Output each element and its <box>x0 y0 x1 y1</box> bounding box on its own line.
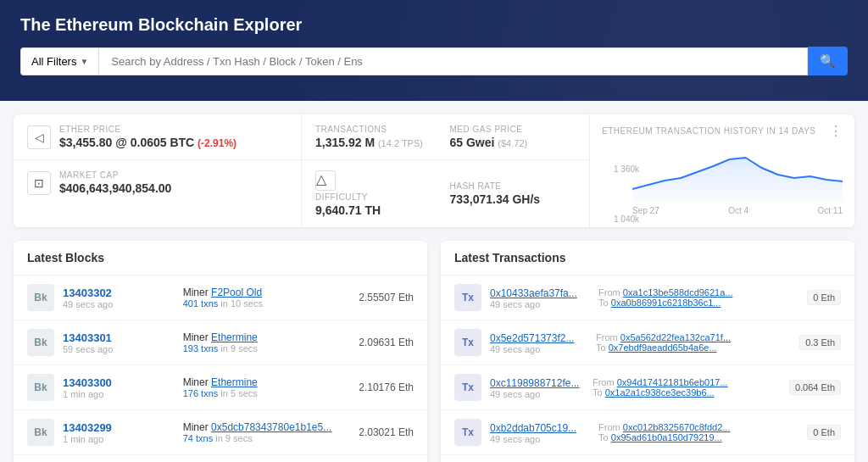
stats-panel: ◁ ETHER PRICE $3,455.80 @ 0.0605 BTC (-2… <box>14 114 854 227</box>
tx-count: 193 txns in 9 secs <box>183 343 351 353</box>
tx-item: Tx 0x10433aefa37fa... 49 secs ago From 0… <box>441 276 854 320</box>
transactions-gas-row: TRANSACTIONS 1,315.92 M (14.2 TPS) MED G… <box>302 114 589 160</box>
tx-count: 176 txns in 5 secs <box>183 388 351 398</box>
block-time: 49 secs ago <box>63 299 175 309</box>
block-item: Bk 13403299 1 min ago Miner 0x5dcb783437… <box>14 410 427 455</box>
block-number[interactable]: 13403300 <box>63 376 112 389</box>
block-info: 13403299 1 min ago <box>63 421 175 444</box>
block-badge: Bk <box>27 419 54 446</box>
from-address[interactable]: 0x5a562d22fea132ca71f... <box>620 332 731 342</box>
to-address[interactable]: 0x1a2a1c938ce3ec39b6... <box>605 387 715 398</box>
transactions-col: TRANSACTIONS 1,315.92 M (14.2 TPS) <box>315 125 442 149</box>
block-info: 13403300 1 min ago <box>63 376 175 399</box>
market-cap-row: ⊡ MARKET CAP $406,643,940,854.00 <box>14 160 301 205</box>
tx-amount: 0.064 Eth <box>789 380 841 395</box>
tx-item: Tx 0xb2ddab705c19... 49 secs ago From 0x… <box>441 410 854 455</box>
tx-badge: Tx <box>454 284 481 311</box>
tx-addresses: From 0xc012b8325670c8fdd2... To 0x95ad61… <box>598 422 798 443</box>
block-badge: Bk <box>27 374 54 401</box>
page-title: The Ethereum Blockchain Explorer <box>20 15 848 35</box>
block-number[interactable]: 13403301 <box>63 331 112 344</box>
miner-link[interactable]: F2Pool Old <box>211 287 262 298</box>
from-address[interactable]: 0xa1c13be588dcd9621a... <box>623 287 733 298</box>
tx-hash[interactable]: 0x10433aefa37fa... <box>490 287 577 299</box>
transactions-tps: (14.2 TPS) <box>378 138 423 148</box>
tx-badge: Tx <box>454 419 481 446</box>
tx-count: 401 txns in 10 secs <box>183 298 351 309</box>
to-address[interactable]: 0xa0b86991c6218b36c1... <box>611 298 721 308</box>
market-cap-value: $406,643,940,854.00 <box>59 181 287 195</box>
block-miner-col: Miner 0x5dcb78343780e1b1e5... 74 txns in… <box>183 421 351 443</box>
from-address[interactable]: 0x94d17412181b6eb017... <box>617 377 728 387</box>
gas-usd: ($4.72) <box>498 138 527 148</box>
chart-x-label-3: Oct 11 <box>818 206 843 215</box>
tx-hash[interactable]: 0xb2ddab705c19... <box>490 422 576 434</box>
miner-link[interactable]: Ethermine <box>211 376 258 388</box>
tx-to: To 0x7ebdf9aeadd65b4a6e... <box>596 342 791 353</box>
tx-info: 0x5e2d571373f2... 49 secs ago <box>490 331 587 354</box>
block-number[interactable]: 13403302 <box>63 287 112 299</box>
search-input[interactable] <box>98 47 808 75</box>
block-miner: Miner 0x5dcb78343780e1b1e5... <box>183 421 351 433</box>
tx-to: To 0x95ad61b0a150d79219... <box>598 432 798 443</box>
miner-link[interactable]: 0x5dcb78343780e1b1e5... <box>211 421 331 433</box>
gas-col: MED GAS PRICE 65 Gwei ($4.72) <box>450 125 576 149</box>
latest-transactions-panel: Latest Transactions Tx 0x10433aefa37fa..… <box>441 241 854 462</box>
block-item: Bk 13403300 1 min ago Miner Ethermine 17… <box>14 365 427 410</box>
difficulty-value: 9,640.71 TH <box>315 203 442 217</box>
block-miner: Miner F2Pool Old <box>183 287 351 298</box>
tx-addresses: From 0x94d17412181b6eb017... To 0x1a2a1c… <box>593 377 781 398</box>
tx-badge: Tx <box>454 374 481 401</box>
header: The Ethereum Blockchain Explorer All Fil… <box>0 0 868 101</box>
block-number[interactable]: 13403299 <box>63 421 112 434</box>
tx-hash[interactable]: 0x5e2d571373f2... <box>490 332 574 344</box>
transactions-label: TRANSACTIONS <box>315 125 442 134</box>
latest-blocks-title: Latest Blocks <box>14 241 427 276</box>
block-miner-col: Miner Ethermine 176 txns in 5 secs <box>183 376 351 398</box>
chart-title-row: ETHEREUM TRANSACTION HISTORY IN 14 DAYS … <box>602 123 843 139</box>
chevron-down-icon: ▼ <box>80 57 88 66</box>
tx-time: 49 secs ago <box>490 344 587 354</box>
hashrate-col: HASH RATE 733,071.34 GH/s <box>450 181 576 206</box>
tx-time: 49 secs ago <box>490 389 584 399</box>
search-icon: 🔍 <box>820 53 836 68</box>
ether-price-label: ETHER PRICE <box>59 125 287 134</box>
tx-info: 0x10433aefa37fa... 49 secs ago <box>490 287 590 309</box>
block-badge: Bk <box>27 284 54 311</box>
chart-y-low: 1 040k <box>614 214 639 224</box>
tx-time: 49 secs ago <box>490 434 590 444</box>
filter-button[interactable]: All Filters ▼ <box>20 47 98 75</box>
tx-hash[interactable]: 0xc1198988712fe... <box>490 377 579 389</box>
tx-to: To 0x1a2a1c938ce3ec39b6... <box>593 387 781 398</box>
block-time: 1 min ago <box>63 389 175 399</box>
chart-options-button[interactable]: ⋮ <box>829 123 843 139</box>
stats-middle: TRANSACTIONS 1,315.92 M (14.2 TPS) MED G… <box>302 114 590 227</box>
tx-from: From 0x94d17412181b6eb017... <box>593 377 781 387</box>
block-info: 13403302 49 secs ago <box>63 287 175 309</box>
block-miner-col: Miner Ethermine 193 txns in 9 secs <box>183 331 351 353</box>
search-button[interactable]: 🔍 <box>808 47 848 75</box>
market-cap-label: MARKET CAP <box>59 170 287 180</box>
miner-link[interactable]: Ethermine <box>211 331 258 343</box>
block-item: Bk 13403301 59 secs ago Miner Ethermine … <box>14 320 427 365</box>
block-miner-col: Miner F2Pool Old 401 txns in 10 secs <box>183 287 351 309</box>
ether-price-change: (-2.91%) <box>198 137 236 149</box>
tx-addresses: From 0xa1c13be588dcd9621a... To 0xa0b869… <box>598 287 798 308</box>
gas-value: 65 Gwei ($4.72) <box>450 136 576 149</box>
difficulty-icon: △ <box>315 170 336 191</box>
tx-from: From 0xc012b8325670c8fdd2... <box>598 422 798 432</box>
latest-transactions-title: Latest Transactions <box>441 241 854 276</box>
to-address[interactable]: 0x95ad61b0a150d79219... <box>611 432 722 443</box>
to-address[interactable]: 0x7ebdf9aeadd65b4a6e... <box>609 342 717 353</box>
from-address[interactable]: 0xc012b8325670c8fdd2... <box>623 422 731 432</box>
hashrate-label: HASH RATE <box>450 181 576 191</box>
hashrate-value: 733,071.34 GH/s <box>450 192 576 206</box>
transactions-value: 1,315.92 M (14.2 TPS) <box>315 136 442 149</box>
transaction-chart-svg <box>632 142 843 202</box>
tx-addresses: From 0x5a562d22fea132ca71f... To 0x7ebdf… <box>596 332 791 353</box>
block-miner: Miner Ethermine <box>183 376 351 388</box>
difficulty-col: △ DIFFICULTY 9,640.71 TH <box>315 170 442 217</box>
block-reward: 2.03021 Eth <box>359 426 414 438</box>
tx-info: 0xb2ddab705c19... 49 secs ago <box>490 421 590 444</box>
block-time: 59 secs ago <box>63 344 175 354</box>
